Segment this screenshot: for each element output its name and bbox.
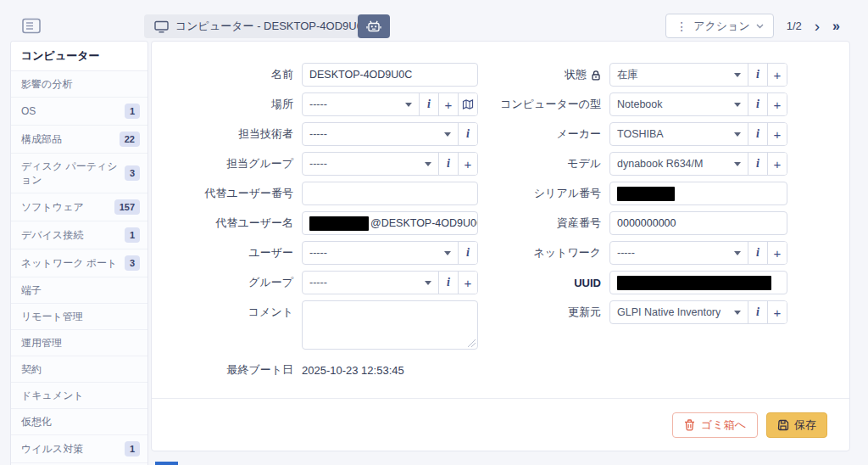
sidebar-item-sockets[interactable]: 端子: [11, 277, 147, 304]
add-button[interactable]: +: [767, 153, 787, 175]
inventory-number-input[interactable]: 0000000000: [609, 211, 787, 235]
form-row: 状態在庫i+: [478, 63, 798, 87]
sidebar-item-documents[interactable]: ドキュメント: [11, 383, 147, 409]
add-button[interactable]: +: [458, 153, 477, 175]
sidebar-item-software[interactable]: ソフトウェア157: [11, 193, 147, 221]
sidebar-item-impact-analysis[interactable]: 影響の分析: [11, 71, 147, 98]
form-row: UUID: [478, 271, 798, 294]
info-button[interactable]: i: [438, 153, 458, 175]
select-caret-icon: [734, 162, 741, 166]
map-button[interactable]: [458, 93, 477, 115]
redaction-block: [617, 187, 675, 201]
technician-select-label: 担当技術者: [152, 126, 302, 142]
sidebar-item-network-ports[interactable]: ネットワーク ポート3: [11, 249, 147, 277]
technician-select[interactable]: -----: [303, 123, 458, 145]
group-select-label: グループ: [152, 275, 302, 290]
kebab-icon: ⋮: [676, 20, 687, 32]
chevron-down-icon: [756, 24, 764, 29]
info-button[interactable]: i: [458, 242, 477, 264]
location-select-label: 場所: [152, 97, 302, 112]
asset-title-pill[interactable]: コンピューター - DESKTOP-4OD9U0C: [144, 14, 381, 38]
main-menu-icon[interactable]: [22, 18, 41, 34]
model-select[interactable]: dynabook R634/M: [610, 153, 748, 175]
info-button[interactable]: i: [438, 272, 458, 294]
comment-textarea[interactable]: [302, 300, 478, 350]
lock-icon: [591, 70, 601, 81]
pagination-counter: 1/2: [787, 20, 802, 32]
manufacturer-select[interactable]: TOSHIBA: [610, 123, 748, 145]
alt-username-number-input-label: 代替ユーザー番号: [152, 186, 302, 201]
actions-label: アクション: [693, 19, 750, 34]
sidebar-item-operations-management[interactable]: 運用管理: [11, 330, 147, 356]
info-button[interactable]: i: [748, 242, 767, 264]
last-page-icon[interactable]: »: [832, 20, 839, 33]
model-select-label: モデル: [478, 156, 609, 171]
status-select[interactable]: 在庫: [610, 64, 748, 86]
sidebar-item-disk-partitions[interactable]: ディスク パーティション3: [11, 154, 147, 193]
add-button[interactable]: +: [767, 64, 787, 86]
form-footer: ゴミ箱へ 保存: [152, 398, 849, 451]
add-button[interactable]: +: [458, 272, 477, 294]
user-select-label: ユーザー: [152, 245, 302, 261]
sidebar-item-virtualization[interactable]: 仮想化: [11, 409, 147, 435]
info-button[interactable]: i: [748, 93, 767, 115]
info-button[interactable]: i: [419, 93, 438, 115]
save-icon: [777, 419, 789, 431]
sidebar-item-contracts[interactable]: 契約: [11, 356, 147, 383]
network-select[interactable]: -----: [610, 242, 748, 264]
alt-username-number-input[interactable]: [302, 182, 478, 205]
computer-type-select-label: コンピューターの型: [478, 97, 609, 112]
sidebar-item-os[interactable]: OS1: [11, 98, 147, 126]
count-badge: 157: [114, 199, 140, 215]
map-icon: [462, 98, 474, 110]
form-row: 資産番号0000000000: [478, 211, 798, 235]
update-source-select[interactable]: GLPI Native Inventory: [610, 301, 748, 323]
serial-input[interactable]: [609, 182, 787, 205]
form-row: コンピューターの型Notebooki+: [478, 92, 798, 116]
location-select[interactable]: -----: [303, 93, 419, 115]
sidebar-item-remote-management[interactable]: リモート管理: [11, 304, 147, 330]
trash-icon: [684, 419, 695, 431]
agent-status-button[interactable]: [358, 14, 390, 38]
info-button[interactable]: i: [748, 301, 767, 323]
status-select-label: 状態: [478, 67, 609, 82]
save-button[interactable]: 保存: [766, 412, 827, 438]
form-row: ネットワーク-----i+: [478, 241, 798, 265]
trash-button[interactable]: ゴミ箱へ: [672, 412, 758, 438]
sidebar-item-computer-active[interactable]: コンピューター: [11, 42, 147, 71]
computer-type-select[interactable]: Notebook: [610, 93, 748, 115]
technician-group-select-label: 担当グループ: [152, 156, 302, 171]
form-row: 代替ユーザー番号: [152, 182, 478, 205]
actions-button[interactable]: ⋮ アクション: [665, 14, 774, 38]
user-select[interactable]: -----: [303, 242, 458, 264]
add-button[interactable]: +: [767, 301, 787, 323]
uuid-input[interactable]: [609, 271, 787, 294]
info-button[interactable]: i: [748, 123, 767, 145]
name-input[interactable]: DESKTOP-4OD9U0C: [302, 63, 478, 87]
next-page-icon[interactable]: ›: [815, 18, 820, 34]
technician-group-select[interactable]: -----: [303, 153, 438, 175]
form-area: 名前DESKTOP-4OD9U0C場所-----i+担当技術者-----i担当グ…: [152, 42, 849, 400]
update-source-select-label: 更新元: [478, 305, 609, 320]
add-button[interactable]: +: [767, 242, 787, 264]
topbar: コンピューター - DESKTOP-4OD9U0C ⋮ アクション 1/2 › …: [0, 0, 868, 41]
form-row: コメント: [152, 300, 478, 350]
sidebar-item-antivirus[interactable]: ウイルス対策1: [11, 435, 147, 463]
manufacturer-select-label: メーカー: [478, 126, 609, 142]
group-select[interactable]: -----: [303, 272, 438, 294]
form-row: 担当グループ-----i+: [152, 152, 478, 176]
select-caret-icon: [405, 103, 412, 107]
count-badge: 3: [125, 165, 140, 181]
add-button[interactable]: +: [767, 123, 787, 145]
inventory-number-input-label: 資産番号: [478, 216, 609, 231]
info-button[interactable]: i: [748, 153, 767, 175]
alt-username-input[interactable]: @DESKTOP-4OD9U0C: [302, 211, 478, 235]
save-label: 保存: [794, 417, 816, 433]
sidebar-item-device-connections[interactable]: デバイス接続1: [11, 221, 147, 249]
info-button[interactable]: i: [748, 64, 767, 86]
add-button[interactable]: +: [438, 93, 458, 115]
info-button[interactable]: i: [458, 123, 477, 145]
add-button[interactable]: +: [767, 93, 787, 115]
peeking-tab[interactable]: [155, 462, 178, 465]
sidebar-item-components[interactable]: 構成部品22: [11, 126, 147, 154]
